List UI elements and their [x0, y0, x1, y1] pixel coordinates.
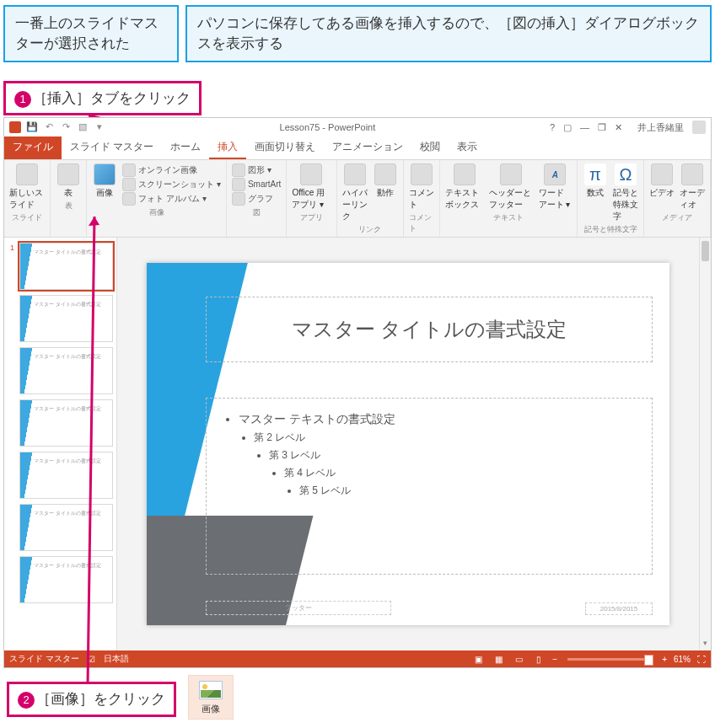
header-footer-icon — [500, 163, 522, 185]
ribbon-group-table: 表 表 — [51, 160, 87, 237]
tab-insert[interactable]: 挿入 — [209, 136, 246, 159]
work-area: 1 マスター タイトルの書式設定 マスター タイトルの書式設定 マスター タイト… — [4, 238, 711, 650]
textbox-button[interactable]: テキストボックス — [445, 163, 485, 211]
ribbon-group-text: テキストボックス ヘッダーとフッター A ワードアート ▾ テキスト — [440, 160, 578, 237]
thumbnail-layout[interactable]: マスター タイトルの書式設定 — [19, 556, 113, 603]
view-sorter-icon[interactable]: ▦ — [492, 652, 505, 666]
bullet-l2: 第 2 レベル — [254, 431, 635, 445]
thumbnail-layout[interactable]: マスター タイトルの書式設定 — [19, 399, 113, 447]
slide-editor[interactable]: マスター タイトルの書式設定 マスター テキストの書式設定 第 2 レベル 第 … — [117, 238, 699, 650]
tab-animations[interactable]: アニメーション — [324, 136, 411, 159]
status-spellcheck-icon[interactable]: ☑ — [88, 655, 95, 664]
tab-home[interactable]: ホーム — [162, 136, 209, 159]
screenshot-button[interactable]: スクリーンショット ▾ — [122, 178, 221, 191]
thumbnail-layout[interactable]: マスター タイトルの書式設定 — [19, 452, 113, 499]
restore-icon[interactable]: ❐ — [598, 122, 606, 133]
qat-more-icon[interactable]: ▾ — [94, 121, 105, 133]
hyperlink-label: ハイパーリンク — [342, 187, 368, 222]
online-images-button[interactable]: オンライン画像 — [122, 163, 221, 177]
equation-button[interactable]: π 数式 — [583, 163, 608, 199]
header-footer-button[interactable]: ヘッダーとフッター — [489, 163, 533, 211]
chart-button[interactable]: グラフ — [232, 192, 281, 206]
group-label-symbols: 記号と特殊文字 — [584, 224, 637, 235]
office-apps-icon — [300, 163, 322, 185]
audio-button[interactable]: オーディオ — [680, 163, 705, 211]
images-button[interactable]: 画像 — [92, 163, 117, 199]
equation-label: 数式 — [587, 187, 604, 199]
scrollbar-thumb[interactable] — [702, 241, 709, 261]
ribbon-group-slide: 新しいスライド スライド — [4, 160, 51, 237]
wordart-button[interactable]: A ワードアート ▾ — [539, 163, 572, 211]
group-label-links: リンク — [358, 224, 381, 235]
zoom-value[interactable]: 61% — [674, 655, 691, 664]
thumbnail-master[interactable]: 1 マスター タイトルの書式設定 — [19, 243, 113, 290]
textbox-icon — [454, 163, 476, 185]
minimize-icon[interactable]: — — [580, 122, 589, 132]
thumbnail-layout[interactable]: マスター タイトルの書式設定 — [19, 295, 113, 342]
callout-2-number: 2 — [18, 692, 35, 709]
zoom-in-button[interactable]: + — [662, 655, 667, 664]
table-icon — [57, 163, 79, 185]
smartart-button[interactable]: SmartArt — [232, 178, 281, 191]
callout-2-text: ［画像］をクリック — [36, 691, 165, 707]
hyperlink-button[interactable]: ハイパーリンク — [342, 163, 368, 222]
equation-icon: π — [584, 163, 606, 185]
qat-start-icon[interactable]: ▧ — [77, 121, 89, 133]
comment-label: コメント — [409, 187, 434, 211]
close-icon[interactable]: ✕ — [615, 122, 622, 133]
shapes-button[interactable]: 図形 ▾ — [232, 163, 281, 177]
table-button[interactable]: 表 — [56, 163, 81, 199]
header-footer-label: ヘッダーとフッター — [489, 187, 533, 211]
callout-1-text: ［挿入］タブをクリック — [33, 90, 191, 106]
title-placeholder[interactable]: マスター タイトルの書式設定 — [206, 297, 653, 362]
fit-window-icon[interactable]: ⛶ — [697, 655, 706, 664]
bullet-l3: 第 3 レベル — [269, 448, 635, 463]
content-placeholder[interactable]: マスター テキストの書式設定 第 2 レベル 第 3 レベル 第 4 レベル 第… — [206, 398, 653, 575]
user-name: 井上香緒里 — [637, 121, 684, 134]
qat-undo-icon[interactable]: ↶ — [43, 121, 55, 133]
thumbnail-layout[interactable]: マスター タイトルの書式設定 — [19, 347, 113, 394]
zoom-out-button[interactable]: − — [552, 655, 557, 664]
view-normal-icon[interactable]: ▣ — [471, 652, 485, 666]
qat-save-icon[interactable]: 💾 — [26, 121, 38, 133]
tab-file[interactable]: ファイル — [4, 136, 62, 159]
ribbon-group-media: ビデオ オーディオ メディア — [644, 160, 711, 237]
vertical-scrollbar[interactable]: ▴ ▾ — [699, 238, 711, 650]
scroll-down-icon[interactable]: ▾ — [700, 639, 711, 650]
bullet-l1: マスター テキストの書式設定 — [239, 412, 635, 427]
user-avatar-icon[interactable] — [692, 120, 706, 134]
help-icon[interactable]: ? — [550, 122, 555, 132]
tab-view[interactable]: 表示 — [449, 136, 486, 159]
group-label-apps: アプリ — [300, 212, 323, 223]
status-language[interactable]: 日本語 — [104, 653, 129, 665]
ribbon-options-icon[interactable]: ▢ — [563, 122, 572, 133]
video-label: ビデオ — [649, 187, 675, 199]
new-slide-icon — [16, 163, 38, 185]
view-slideshow-icon[interactable]: ▯ — [532, 652, 546, 666]
group-label-illustrations: 図 — [253, 207, 261, 218]
bullet-l5: 第 5 レベル — [299, 484, 635, 498]
video-button[interactable]: ビデオ — [649, 163, 675, 199]
thumbnail-number: 1 — [10, 244, 14, 252]
comment-button[interactable]: コメント — [409, 163, 434, 211]
action-button[interactable]: 動作 — [373, 163, 398, 199]
zoom-slider[interactable] — [567, 658, 652, 661]
tab-slide-master[interactable]: スライド マスター — [62, 136, 162, 159]
powerpoint-window: 💾 ↶ ↷ ▧ ▾ Lesson75 - PowerPoint ? ▢ — ❐ … — [3, 117, 712, 668]
thumbnail-layout[interactable]: マスター タイトルの書式設定 — [19, 504, 113, 551]
footer-placeholder[interactable]: フッター — [206, 601, 391, 615]
images-sample-icon — [199, 681, 223, 699]
hyperlink-icon — [344, 163, 366, 185]
photo-album-button[interactable]: フォト アルバム ▾ — [122, 192, 221, 206]
new-slide-button[interactable]: 新しいスライド — [9, 163, 45, 211]
thumbnail-pane[interactable]: 1 マスター タイトルの書式設定 マスター タイトルの書式設定 マスター タイト… — [4, 238, 117, 650]
qat-redo-icon[interactable]: ↷ — [60, 121, 72, 133]
slide-canvas[interactable]: マスター タイトルの書式設定 マスター テキストの書式設定 第 2 レベル 第 … — [147, 263, 669, 625]
view-reading-icon[interactable]: ▭ — [512, 652, 525, 666]
symbol-button[interactable]: Ω 記号と特殊文字 — [613, 163, 638, 222]
office-apps-button[interactable]: Office 用アプリ ▾ — [292, 163, 331, 211]
tab-review[interactable]: 校閲 — [411, 136, 449, 159]
date-placeholder[interactable]: 2015/8/2015 — [585, 602, 653, 615]
images-button-sample: 画像 — [188, 675, 234, 720]
tab-transitions[interactable]: 画面切り替え — [246, 136, 324, 159]
